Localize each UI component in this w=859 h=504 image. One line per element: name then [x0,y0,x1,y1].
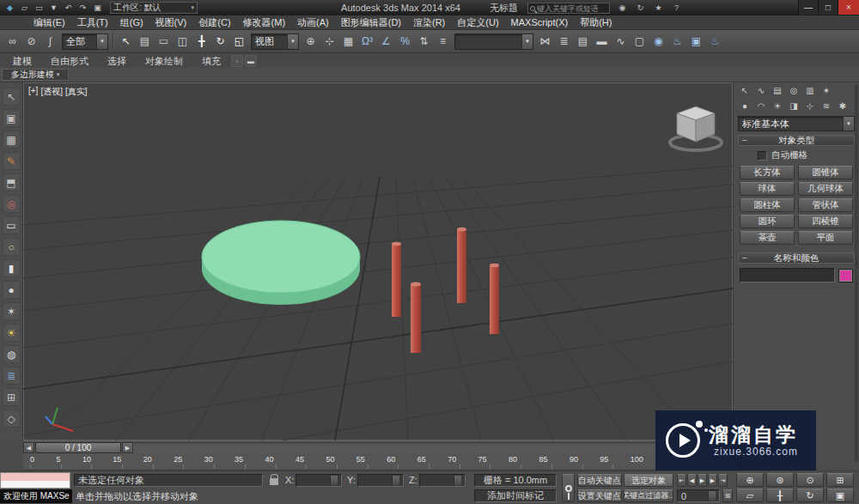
spinner-snap-icon[interactable]: ⇅ [415,32,433,51]
app-menu-icon[interactable]: ◆ [3,2,17,15]
primitive-button[interactable]: 茶壶 [740,231,795,245]
select-and-move-icon[interactable]: ╋ [192,32,210,51]
open-file-icon[interactable]: ▭ [32,2,46,15]
polygon-tools-icon[interactable]: ⬒ [3,173,21,191]
schematic-view-icon[interactable]: ▢ [631,32,649,51]
viewport-menu-pov[interactable]: [透视] [40,86,63,98]
ribbon-tab[interactable]: 对象绘制 [136,54,192,68]
reference-coordinate-dropdown[interactable]: 视图 [251,33,299,50]
maximize-button[interactable]: □ [818,0,838,15]
key-filters-button[interactable]: 关键点过滤器... [624,489,673,502]
time-slider-track[interactable]: ◀ 0 / 100 ▶ [23,442,733,453]
menu-item[interactable]: 创建(C) [192,15,236,29]
menu-item[interactable]: 自定义(U) [451,15,504,29]
menu-item[interactable]: 编辑(E) [27,15,71,29]
previous-frame-icon[interactable]: ◀ [687,474,697,487]
primitive-button[interactable]: 管状体 [798,198,853,212]
object-type-rollout-header[interactable]: 对象类型 [738,135,855,146]
create-tab-icon[interactable]: ↖ [738,84,752,97]
maximize-viewport-icon[interactable]: ▣ [826,489,854,502]
space-warps-icon[interactable]: ≋ [819,100,833,112]
select-and-rotate-icon[interactable]: ↻ [211,32,229,51]
ribbon-tab[interactable]: 填充 [192,54,230,68]
primitive-button[interactable]: 几何球体 [798,182,853,196]
unlink-selection-icon[interactable]: ⊘ [22,32,40,51]
ribbon-toggle-icon[interactable]: ▬ [593,32,611,51]
menu-item[interactable]: 帮助(H) [574,15,618,29]
light-tool-icon[interactable]: ☀ [3,324,21,342]
communication-center-icon[interactable]: ↻ [633,1,648,14]
orbit-icon[interactable]: ↻ [796,489,824,502]
menu-item[interactable]: MAXScript(X) [505,15,575,29]
add-time-tag[interactable]: 添加时间标记 [474,489,557,502]
mirror-icon[interactable]: ⋈ [536,32,554,51]
redo-icon[interactable]: ↷ [76,2,90,15]
plane-primitive-icon[interactable]: ▭ [3,216,21,234]
lattice-icon[interactable]: ▦ [3,131,21,149]
menu-item[interactable]: 动画(A) [291,15,335,29]
search-input[interactable] [537,4,607,13]
menu-item[interactable]: 渲染(R) [407,15,451,29]
save-file-icon[interactable]: ▼ [46,2,61,15]
menu-item[interactable]: 组(G) [114,15,149,29]
red-cylinder-object-3[interactable] [457,228,466,303]
red-cylinder-object-1[interactable] [392,242,401,317]
ribbon-tab[interactable]: 自由形式 [41,54,98,68]
primitive-button[interactable]: 圆柱体 [740,198,795,212]
favorites-icon[interactable]: ★ [651,1,666,14]
shapes-icon[interactable]: ◠ [754,100,768,112]
macro-recorder-line[interactable] [1,473,70,481]
edit-named-selection-sets-icon[interactable]: ≡ [434,32,452,51]
primitive-button[interactable]: 长方体 [740,166,795,179]
layer-stack-icon[interactable]: ≣ [3,367,21,385]
systems-icon[interactable]: ✱ [836,100,850,112]
go-to-start-icon[interactable]: ⇤ [677,474,686,487]
play-icon[interactable]: ▶ [698,474,707,487]
object-color-swatch[interactable] [838,269,853,282]
next-frame-arrow[interactable]: ▶ [122,442,133,453]
select-and-manipulate-icon[interactable]: ⊹ [320,32,338,51]
menu-item[interactable]: 视图(V) [149,15,193,29]
primitive-button[interactable]: 圆环 [740,215,795,228]
window-crossing-icon[interactable]: ◫ [174,32,192,51]
selection-mode-icon[interactable]: ↖ [3,88,21,106]
snaps-toggle-icon[interactable]: Ω³ [358,32,376,51]
go-to-end-icon[interactable]: ⇥ [718,474,728,487]
project-folder-icon[interactable]: ▣ [90,2,105,15]
select-object-icon[interactable]: ↖ [117,32,135,51]
zoom-icon[interactable]: ⊕ [736,473,764,487]
loop-tools-icon[interactable]: ◎ [3,195,21,213]
snap-tool-icon[interactable]: ◇ [3,410,21,428]
zoom-extents-icon[interactable]: ⊙ [796,473,824,487]
object-name-input[interactable] [740,268,835,282]
y-coordinate-field[interactable] [357,474,404,487]
welcome-maxscript-window[interactable]: 欢迎使用 MAXSe [0,489,72,503]
viewport-menu-general[interactable]: [+] [28,86,38,98]
pan-icon[interactable]: ╂ [766,489,794,502]
selection-filter-dropdown[interactable]: 全部 [62,33,108,50]
select-and-scale-icon[interactable]: ◱ [230,32,248,51]
keyboard-shortcut-override-icon[interactable]: ▦ [339,32,357,51]
select-by-name-icon[interactable]: ▤ [136,32,154,51]
ribbon-tab[interactable]: 建模 [3,54,41,68]
ribbon-minimize-icon[interactable]: ▬ [245,55,257,67]
open-mini-track-icon[interactable]: ⊞ [722,489,733,502]
new-scene-icon[interactable]: ▱ [17,2,32,15]
rectangular-selection-region-icon[interactable]: ▭ [155,32,173,51]
maxscript-mini-listener[interactable] [0,472,70,489]
sphere-primitive-icon[interactable]: ● [3,281,21,299]
set-keys-button[interactable] [562,474,575,502]
render-setup-icon[interactable]: ♨ [668,32,686,51]
sign-in-icon[interactable]: ◉ [615,1,630,14]
close-button[interactable]: × [838,0,859,15]
selection-set-dropdown[interactable]: 选定对象 [624,474,673,487]
cylinder-primitive-icon[interactable]: ▮ [3,259,21,277]
helpers-icon[interactable]: ⊹ [803,100,817,112]
render-production-icon[interactable]: ♨ [706,32,724,51]
ribbon-options-icon[interactable]: ◦ [231,55,243,67]
help-icon[interactable]: ? [669,1,684,14]
primitive-button[interactable]: 平面 [798,231,853,245]
display-tab-icon[interactable]: ▥ [803,84,817,97]
teapot-primitive-icon[interactable]: ◍ [3,345,21,363]
minimize-button[interactable]: — [798,0,818,15]
